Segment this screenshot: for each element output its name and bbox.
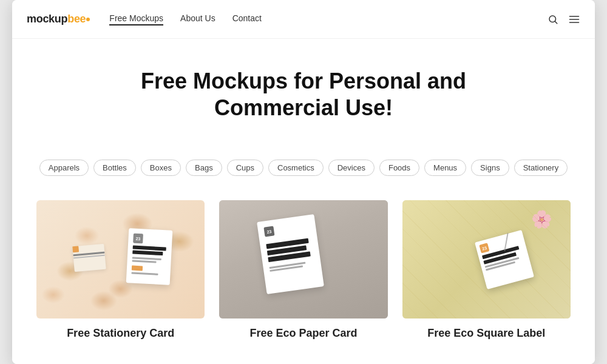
mockup-grid: 23 Free Stationery Card <box>12 183 595 364</box>
search-icon[interactable] <box>548 14 558 25</box>
nav-link-contact[interactable]: Contact <box>232 13 262 25</box>
hero-title: Free Mockups for Personal and Commercial… <box>140 68 467 120</box>
mockup-image-square-label: 🌸 23 <box>402 200 571 318</box>
svg-point-0 <box>549 16 556 22</box>
filter-cosmetics[interactable]: Cosmetics <box>268 160 324 176</box>
filter-bags[interactable]: Bags <box>186 160 222 176</box>
logo[interactable]: mockupbee <box>27 13 90 25</box>
mockup-image-eco-paper: 23 <box>219 200 387 318</box>
mockup-title-stationery: Free Stationery Card <box>36 327 205 340</box>
filter-bottles[interactable]: Bottles <box>93 160 136 176</box>
menu-icon[interactable] <box>568 13 580 25</box>
mockup-title-square-label: Free Eco Square Label <box>402 327 571 340</box>
filter-signs[interactable]: Signs <box>471 160 509 176</box>
hero-section: Free Mockups for Personal and Commercial… <box>12 39 595 159</box>
filter-menus[interactable]: Menus <box>424 160 466 176</box>
nav-actions <box>548 13 580 25</box>
filter-bar: Apparels Bottles Boxes Bags Cups Cosmeti… <box>12 160 595 183</box>
nav-link-about-us[interactable]: About Us <box>180 13 215 25</box>
mockup-card-eco-paper[interactable]: 23 Free Eco Paper Card <box>219 200 387 340</box>
filter-devices[interactable]: Devices <box>328 160 375 176</box>
filter-foods[interactable]: Foods <box>379 160 419 176</box>
mockup-title-eco-paper: Free Eco Paper Card <box>219 327 387 340</box>
mockup-card-square-label[interactable]: 🌸 23 Fre <box>402 200 571 340</box>
logo-text-bee: bee <box>67 13 86 25</box>
navbar: mockupbee Free Mockups About Us Contact <box>12 0 595 39</box>
browser-window: mockupbee Free Mockups About Us Contact <box>12 0 595 363</box>
logo-text-mockup: mockup <box>27 13 67 25</box>
mockup-card-stationery[interactable]: 23 Free Stationery Card <box>36 200 205 340</box>
filter-apparels[interactable]: Apparels <box>39 160 89 176</box>
svg-line-1 <box>555 21 557 23</box>
mockup-image-stationery: 23 <box>36 200 205 318</box>
filter-stationery[interactable]: Stationery <box>514 160 568 176</box>
nav-links: Free Mockups About Us Contact <box>109 13 548 25</box>
filter-boxes[interactable]: Boxes <box>141 160 181 176</box>
filter-cups[interactable]: Cups <box>227 160 263 176</box>
logo-dot <box>86 18 90 21</box>
nav-link-free-mockups[interactable]: Free Mockups <box>109 13 163 25</box>
